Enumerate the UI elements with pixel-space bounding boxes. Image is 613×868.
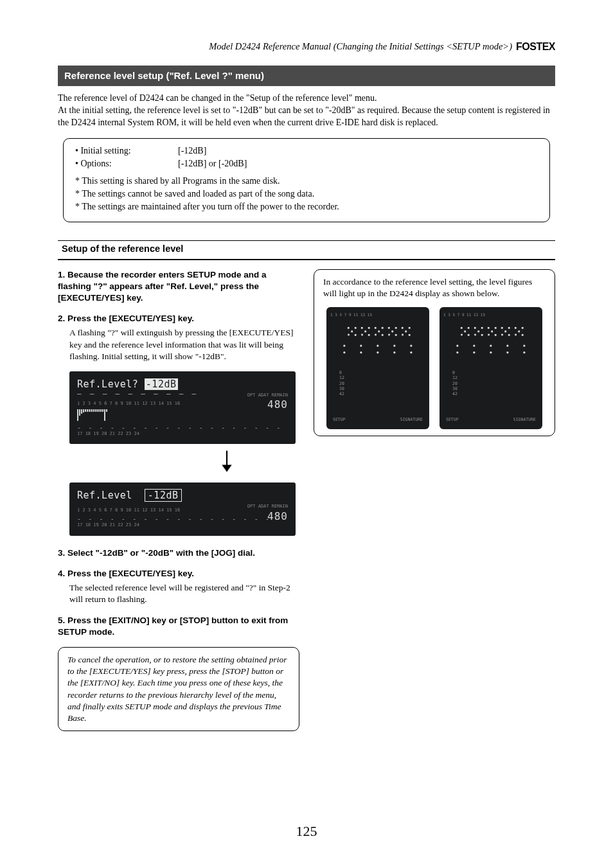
running-header-text: Model D2424 Reference Manual (Changing t… [209, 40, 512, 53]
mini-lcd-tag: SIGNATURE [513, 417, 536, 423]
svg-marker-1 [222, 465, 231, 472]
spec-value: [-12dB] [178, 145, 206, 157]
mini-lcd-pattern: ⁙⁙⁙⁙⁙﹕﹕﹕﹕﹕ [333, 324, 423, 356]
step-1: 1. Because the recorder enters SETUP mod… [58, 269, 299, 305]
mini-lcd-tag: SETUP [333, 417, 346, 423]
section-title-bar: Reference level setup ("Ref. Level ?" me… [58, 66, 555, 86]
step-head: 2. Press the [EXECUTE/YES] key. [58, 313, 299, 324]
lcd-text: Ref.Level? [77, 378, 138, 390]
spec-note: * This setting is shared by all Programs… [75, 175, 538, 188]
spec-row-options: • Options: [-12dB] or [-20dB] [75, 158, 538, 170]
mini-lcd-topnums: 1 3 5 7 9 11 13 15 [440, 312, 542, 317]
lcd-segment-readout: 480 [247, 509, 288, 524]
lcd-corner-labels: OPT ADAT REMAIN [247, 393, 288, 398]
spec-note: * The settings cannot be saved and loade… [75, 188, 538, 200]
display-pair: 1 3 5 7 9 11 13 15 ⁙⁙⁙⁙⁙﹕﹕﹕﹕﹕ 0 12 20 30… [323, 307, 546, 429]
mini-lcd-scale: 0 12 20 30 42 [333, 370, 423, 396]
mini-lcd-pattern: ⁙⁙⁙⁙⁙﹕﹕﹕﹕﹕ [446, 324, 536, 356]
lcd-display-before: Ref.Level? -12dB — — — — — — — — — — 1 2… [69, 371, 296, 444]
right-note-text: In accordance to the reference level set… [323, 276, 546, 299]
mini-lcd-tag: SETUP [446, 417, 459, 423]
step-body: The selected reference level will be reg… [58, 582, 299, 605]
step-3: 3. Select "-12dB" or "-20dB" with the [J… [58, 547, 299, 559]
spec-value: [-12dB] or [-20dB] [178, 158, 247, 170]
intro-paragraph: The reference level of D2424 can be chan… [58, 93, 555, 129]
lcd-selected-value: -12dB [145, 378, 178, 390]
spec-row-initial: • Initial setting: [-12dB] [75, 145, 538, 157]
step-head: 3. Select "-12dB" or "-20dB" with the [J… [58, 547, 299, 559]
spec-box: • Initial setting: [-12dB] • Options: [-… [63, 138, 550, 222]
running-header: Model D2424 Reference Manual (Changing t… [58, 40, 555, 54]
lcd-segment-readout: 480 [247, 398, 288, 412]
spec-notes: * This setting is shared by all Programs… [75, 175, 538, 213]
right-note-box: In accordance to the reference level set… [314, 269, 555, 436]
lcd-dashes: - - - - - - - - - - - - - - - - - - - [77, 423, 288, 432]
lcd-corner-labels: OPT ADAT REMAIN [247, 504, 288, 509]
cancel-note-box: To cancel the operation, or to restore t… [58, 647, 299, 731]
subsection-bar: Setup of the reference level [58, 240, 555, 260]
step-head: 5. Press the [EXIT/NO] key or [STOP] but… [58, 615, 299, 638]
step-5: 5. Press the [EXIT/NO] key or [STOP] but… [58, 615, 299, 638]
step-head: 4. Press the [EXECUTE/YES] key. [58, 568, 299, 580]
lcd-track-numbers-bot: 17 18 19 20 21 22 23 24 [77, 432, 288, 436]
spec-label: • Options: [75, 158, 178, 170]
spec-label: • Initial setting: [75, 145, 178, 157]
brand-logo: FOSTEX [516, 40, 555, 54]
step-2: 2. Press the [EXECUTE/YES] key. A flashi… [58, 313, 299, 362]
lcd-flashing-value: -12dB [145, 489, 182, 502]
step-head: 1. Because the recorder enters SETUP mod… [58, 269, 299, 305]
page-number: 125 [0, 822, 613, 841]
mini-lcd-right: 1 3 5 7 9 11 13 15 ⁙⁙⁙⁙⁙﹕﹕﹕﹕﹕ 0 12 20 30… [440, 307, 542, 429]
mini-lcd-tag: SIGNATURE [400, 417, 423, 423]
lcd-text: Ref.Level [77, 490, 132, 501]
lcd-display-after: Ref.Level -12dB 1 2 3 4 5 6 7 8 9 10 11 … [69, 483, 296, 535]
spec-note: * The settings are maintained after you … [75, 201, 538, 213]
step-4: 4. Press the [EXECUTE/YES] key. The sele… [58, 568, 299, 606]
mini-lcd-left: 1 3 5 7 9 11 13 15 ⁙⁙⁙⁙⁙﹕﹕﹕﹕﹕ 0 12 20 30… [326, 307, 429, 429]
lcd-track-numbers-bot: 17 18 19 20 21 22 23 24 [77, 523, 288, 527]
right-column: In accordance to the reference level set… [314, 269, 555, 436]
mini-lcd-scale: 0 12 20 30 42 [446, 370, 536, 396]
mini-lcd-topnums: 1 3 5 7 9 11 13 15 [326, 312, 429, 317]
down-arrow-icon [154, 450, 299, 476]
step-body: A flashing "?" will extinguish by pressi… [58, 327, 299, 362]
left-column: 1. Because the recorder enters SETUP mod… [58, 269, 299, 732]
